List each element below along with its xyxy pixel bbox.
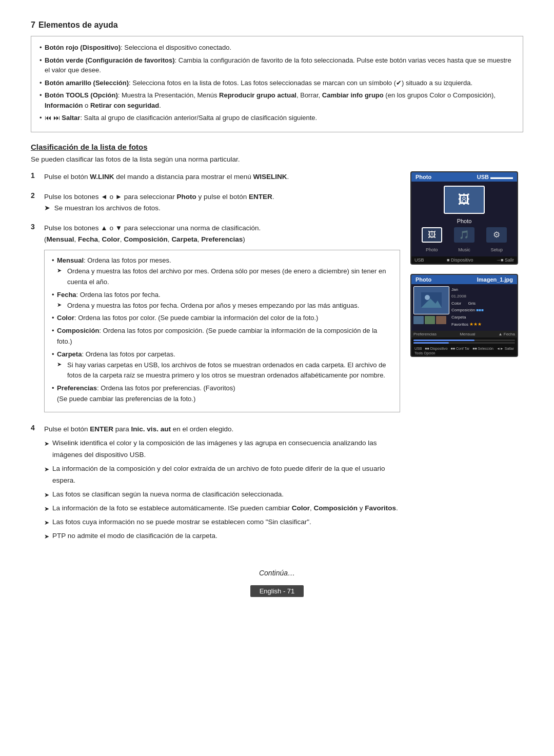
step-4-content: Pulse el botón ENTER para Inic. vis. aut… [44, 424, 400, 544]
sub-mensual: Mensual: Ordena las fotos por meses. Ord… [52, 255, 392, 287]
step-3-content: Pulse los botones ▲ o ▼ para seleccionar… [44, 223, 400, 414]
section7-info-box: Botón rojo (Dispositivo): Selecciona el … [31, 36, 523, 132]
screen1-label-photo: Photo [426, 247, 438, 252]
clasificacion-intro: Se pueden clasificar las fotos de la lis… [31, 155, 523, 163]
screen1-label-setup: Setup [491, 247, 503, 252]
screen2-progress-area [411, 337, 517, 346]
step-1-content: Pulse el botón W.LINK del mando a distan… [44, 171, 400, 183]
step-4: 4 Pulse el botón ENTER para Inic. vis. a… [31, 424, 400, 544]
step3-subbox: Mensual: Ordena las fotos por meses. Ord… [44, 250, 400, 412]
screen1-bot-usb: USB [414, 257, 424, 263]
progress-fill-1 [413, 340, 474, 341]
s2-bot-tools: Tools Opción [414, 351, 435, 355]
sub-carpeta: Carpeta: Ordena las fotos por carpetas. … [52, 349, 392, 381]
screen1-icon-setup: ⚙ [486, 227, 507, 243]
progress-fill-2 [413, 342, 449, 344]
step-number-4: 4 [31, 424, 41, 432]
screen2-left-area [413, 286, 449, 329]
footer-badge: English - 71 [250, 585, 304, 597]
thumb-1 [413, 316, 424, 324]
step-2: 2 Pulse los botones ◄ o ► para seleccion… [31, 191, 400, 213]
left-column: 1 Pulse el botón W.LINK del mando a dist… [31, 171, 400, 553]
screen1-bottom-bar: USB ■ Dispositivo →■ Salir [411, 256, 517, 264]
arrow-row-2: ➤ La información de la composición y del… [44, 463, 400, 487]
step-number-3: 3 [31, 223, 41, 231]
progress-bar-1 [413, 340, 515, 341]
s2-bot-disp: ■■ Dispositivo [425, 347, 447, 350]
screen-mockup-2: Photo Imagen_1.jpg [410, 274, 518, 357]
screen1-icon-photo: 🖼 [422, 227, 442, 243]
bullet-saltar: ⏮ ⏭ Saltar: Salta al grupo de clasificac… [39, 113, 515, 123]
clasificacion-title: Clasificación de la lista de fotos [31, 143, 523, 151]
section-7: 7 Elementos de ayuda Botón rojo (Disposi… [31, 21, 523, 132]
screen2-title: Photo [416, 276, 431, 283]
carpeta-arrow: Si hay varias carpetas en USB, los archi… [57, 360, 392, 382]
arrow-row-4: ➤ La información de la foto se establece… [44, 503, 400, 514]
svg-point-1 [425, 295, 430, 300]
continua-text: Continúa… [31, 569, 523, 577]
bullet-amarillo: Botón amarillo (Selección): Selecciona f… [39, 78, 515, 88]
bullet-verde: Botón verde (Configuración de favoritos)… [39, 55, 515, 75]
info-color-label: Color Gris [451, 300, 515, 307]
step-number-1: 1 [31, 171, 41, 180]
mensual-arrow: Ordena y muestra las fotos del archivo p… [57, 266, 392, 288]
step-2-content: Pulse los botones ◄ o ► para seleccionar… [44, 191, 400, 213]
right-column: Photo USB ▬▬▬▬ 🖼 Photo 🖼 🎵 ⚙ Phot [410, 171, 523, 553]
sub-composicion: Composición: Ordena las fotos por compos… [52, 326, 392, 347]
thumb-3 [436, 316, 446, 324]
screen2-bottom-thumbs [413, 316, 449, 324]
info-carpeta-label: Carpeta [451, 314, 515, 321]
thumb-2 [425, 316, 435, 324]
screen1-title-bar: Photo USB ▬▬▬▬ [411, 172, 517, 182]
fecha-arrow: Ordena y muestra las fotos por fecha. Or… [57, 301, 392, 311]
progress-bar-2 [413, 342, 515, 344]
screen1-body: 🖼 Photo 🖼 🎵 ⚙ Photo Music Setup [411, 182, 517, 256]
info-favoritos-label: Favoritos ★★★ [451, 321, 515, 328]
arrow-row-3: ➤ Las fotos se clasifican según la nueva… [44, 489, 400, 501]
nav-fecha: ▲ Fecha [499, 332, 515, 336]
bullet-tools: Botón TOOLS (Opción): Muestra la Present… [39, 90, 515, 110]
step-3: 3 Pulse los botones ▲ o ▼ para seleccion… [31, 223, 400, 414]
screen2-main-thumb [413, 286, 449, 314]
screen1-icons-row: 🖼 🎵 ⚙ [416, 227, 513, 244]
screen1-title: Photo [416, 174, 431, 180]
screen1-photo-label: Photo [416, 218, 513, 224]
section-title-7: Elementos de ayuda [38, 21, 118, 30]
info-full-date: 01.2008 [451, 293, 515, 300]
s2-bot-sel: ■■ Selección [472, 347, 493, 350]
step-1: 1 Pulse el botón W.LINK del mando a dist… [31, 171, 400, 183]
arrow-row-5: ➤ Las fotos cuya información no se puede… [44, 516, 400, 528]
sub-preferencias: Preferencias: Ordena las fotos por prefe… [52, 383, 392, 405]
arrow-row-1: ➤ Wiselink identifica el color y la comp… [44, 437, 400, 461]
arrow-row-6: ➤ PTP no admite el modo de clasificación… [44, 530, 400, 542]
section-number-7: 7 [31, 21, 35, 30]
screen1-bot-salir: →■ Salir [496, 257, 514, 263]
s2-bot-saltar: ◄► Saltar [497, 347, 514, 350]
footer: English - 71 [31, 585, 523, 597]
sub-fecha: Fecha: Ordena las fotos por fecha. Orden… [52, 290, 392, 311]
nav-mensual: Mensual [460, 332, 475, 336]
screen2-title-bar: Photo Imagen_1.jpg [411, 275, 517, 284]
step-number-2: 2 [31, 191, 41, 200]
s2-bot-conf: ■■ Conf Tar [451, 347, 470, 350]
screen2-info-panel: Jan 01.2008 Color Gris Composición ■■■ C… [451, 286, 515, 329]
screen2-filename-bar: Imagen_1.jpg [477, 276, 513, 283]
bullet-rojo: Botón rojo (Dispositivo): Selecciona el … [39, 43, 515, 53]
screen1-icon-labels: Photo Music Setup [416, 247, 513, 252]
step4-arrows: ➤ Wiselink identifica el color y la comp… [44, 437, 400, 542]
s2-bot-usb: USB [414, 347, 422, 350]
info-comp-label: Composición ■■■ [451, 307, 515, 314]
clasificacion-section: Clasificación de la lista de fotos Se pu… [31, 143, 523, 553]
screen2-nav-bar: Preferencias Mensual ▲ Fecha [411, 331, 517, 337]
screen1-icon-music: 🎵 [454, 227, 474, 243]
screen1-bot-disp: ■ Dispositivo [447, 257, 473, 263]
info-date-label: Jan [451, 286, 515, 293]
screen2-main-area: Jan 01.2008 Color Gris Composición ■■■ C… [411, 284, 517, 331]
screen1-large-icon: 🖼 [444, 186, 485, 214]
screen-mockup-1: Photo USB ▬▬▬▬ 🖼 Photo 🖼 🎵 ⚙ Phot [410, 171, 518, 265]
screen1-usb: USB ▬▬▬▬ [477, 174, 513, 180]
screen1-label-music: Music [458, 247, 470, 252]
nav-preferencias: Preferencias [413, 332, 437, 336]
screen2-bottom-bar: USB ■■ Dispositivo ■■ Conf Tar ■■ Selecc… [411, 346, 517, 356]
sub-color: Color: Ordena las fotos por color. (Se p… [52, 313, 392, 324]
